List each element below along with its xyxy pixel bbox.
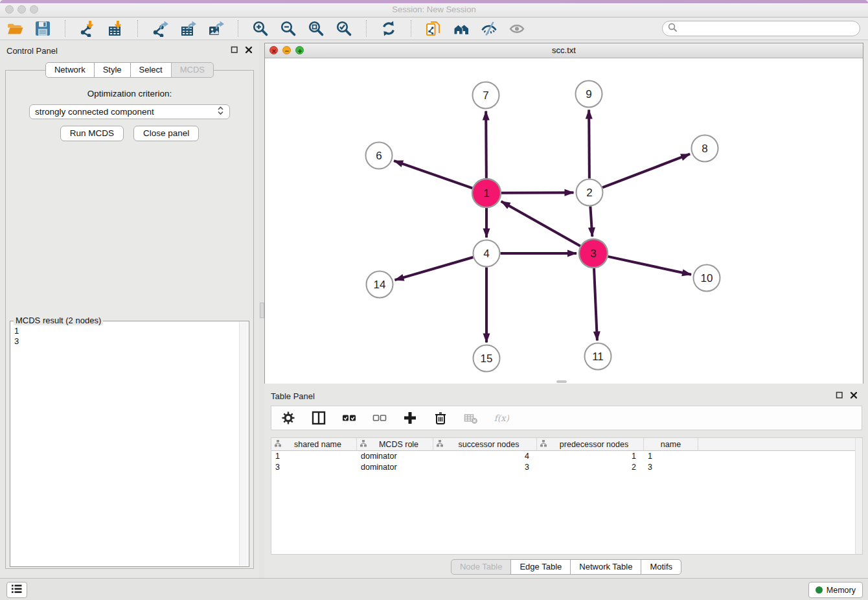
search-input[interactable]: [680, 23, 854, 34]
mcds-result-box: MCDS result (2 nodes) 13: [10, 321, 249, 567]
graph-edge-3-11[interactable]: [594, 268, 597, 341]
network-window-title: scc.txt: [265, 45, 863, 55]
first-neighbors-icon[interactable]: [453, 20, 470, 38]
open-session-icon[interactable]: [6, 20, 24, 38]
function-builder-icon: f(x): [494, 410, 509, 426]
tab-mcds[interactable]: MCDS: [171, 62, 214, 78]
delete-column-icon[interactable]: [433, 410, 448, 426]
svg-text:15: 15: [481, 352, 493, 365]
zoom-out-icon[interactable]: [280, 20, 297, 38]
table-cell: 3: [644, 462, 698, 473]
table-cell: dominator: [357, 462, 433, 473]
select-all-rows-icon[interactable]: [341, 410, 357, 426]
canvas-scroll-grip[interactable]: [556, 380, 567, 383]
control-panel-title: Control Panel: [6, 46, 58, 56]
run-mcds-button[interactable]: Run MCDS: [60, 126, 124, 141]
tab-network[interactable]: Network: [45, 62, 95, 78]
table-cell: 1: [271, 451, 357, 462]
graph-node-15[interactable]: 15: [474, 345, 500, 372]
mcds-result-list[interactable]: 13: [10, 323, 238, 566]
graph-edge-1-2[interactable]: [501, 192, 574, 193]
float-table-panel-icon[interactable]: [836, 391, 843, 399]
table-scrollbar[interactable]: [855, 438, 862, 554]
column-header-name[interactable]: name: [644, 438, 698, 450]
result-scrollbar[interactable]: [239, 322, 248, 566]
add-column-icon[interactable]: [402, 410, 418, 426]
graph-node-6[interactable]: 6: [366, 143, 393, 169]
tab-node-table[interactable]: Node Table: [451, 559, 512, 575]
graph-node-7[interactable]: 7: [473, 82, 499, 109]
graph-node-9[interactable]: 9: [576, 81, 602, 108]
table-panel: Table Panel f(x) shared nameMCDS rolesuc…: [264, 386, 868, 577]
graph-node-14[interactable]: 14: [367, 271, 393, 298]
zoom-fit-icon[interactable]: [308, 20, 325, 38]
network-window-titlebar[interactable]: scc.txt: [265, 43, 863, 58]
graph-edge-2-3[interactable]: [590, 206, 592, 237]
mcds-panel: Optimization criterion: strongly connect…: [5, 70, 254, 569]
clone-network-icon[interactable]: [425, 20, 442, 38]
import-table-icon[interactable]: [107, 20, 124, 38]
app-titlebar: Session: New Session: [0, 0, 868, 17]
save-session-icon[interactable]: [34, 20, 52, 38]
graph-node-3[interactable]: 3: [579, 239, 608, 268]
zoom-in-icon[interactable]: [252, 20, 269, 38]
column-header-shared-name[interactable]: shared name: [271, 438, 357, 450]
table-settings-icon[interactable]: [280, 410, 296, 426]
node-table[interactable]: shared nameMCDS rolesuccessor nodesprede…: [271, 437, 863, 555]
tab-network-table[interactable]: Network Table: [570, 559, 641, 575]
graph-node-11[interactable]: 11: [585, 343, 611, 370]
graph-node-2[interactable]: 2: [577, 179, 603, 206]
graph-edge-2-9[interactable]: [589, 110, 589, 178]
graph-edge-2-8[interactable]: [602, 154, 690, 188]
memory-button[interactable]: Memory: [808, 582, 863, 598]
graph-edge-3-1[interactable]: [501, 202, 580, 246]
export-image-icon[interactable]: [207, 20, 225, 38]
svg-text:6: 6: [376, 150, 382, 162]
refresh-view-icon[interactable]: [380, 20, 398, 38]
tree-icon: [274, 439, 282, 449]
export-table-icon[interactable]: [179, 20, 197, 38]
toolbar-separator: [411, 20, 412, 37]
svg-text:f(x): f(x): [494, 413, 509, 423]
export-network-icon[interactable]: [152, 20, 169, 38]
tree-icon: [540, 439, 547, 449]
column-chooser-icon[interactable]: [311, 410, 326, 426]
deselect-all-rows-icon[interactable]: [372, 410, 387, 426]
close-panel-button[interactable]: Close panel: [133, 126, 199, 141]
table-row[interactable]: 3dominator323: [271, 462, 862, 473]
network-canvas[interactable]: 7968124314101511: [265, 58, 863, 384]
float-panel-icon[interactable]: [231, 46, 238, 54]
import-network-icon[interactable]: [79, 20, 97, 38]
tab-edge-table[interactable]: Edge Table: [510, 559, 571, 575]
graph-edge-3-10[interactable]: [608, 257, 691, 275]
graph-node-10[interactable]: 10: [694, 265, 720, 292]
zoom-selected-icon[interactable]: [336, 20, 353, 38]
tab-style[interactable]: Style: [94, 62, 131, 78]
search-box[interactable]: [662, 21, 860, 36]
close-panel-icon[interactable]: [245, 46, 253, 54]
graph-node-1[interactable]: 1: [472, 179, 501, 207]
show-panels-button[interactable]: [6, 582, 27, 598]
graph-edge-1-7[interactable]: [486, 111, 486, 178]
column-header-MCDS-role[interactable]: MCDS role: [357, 438, 433, 450]
table-panel-title: Table Panel: [271, 391, 315, 401]
table-row[interactable]: 1dominator411: [271, 451, 862, 462]
svg-text:1: 1: [483, 187, 489, 200]
divider-grip-icon[interactable]: [260, 303, 264, 318]
criterion-value: strongly connected component: [35, 107, 217, 117]
column-header-predecessor-nodes[interactable]: predecessor nodes: [537, 438, 644, 450]
criterion-select[interactable]: strongly connected component: [29, 104, 230, 119]
graph-node-8[interactable]: 8: [692, 135, 718, 162]
svg-text:9: 9: [586, 88, 591, 100]
graph-edge-4-14[interactable]: [395, 257, 474, 280]
tab-select[interactable]: Select: [130, 62, 172, 78]
graph-node-4[interactable]: 4: [474, 240, 500, 267]
network-graph[interactable]: 7968124314101511: [265, 58, 863, 384]
close-table-panel-icon[interactable]: [850, 391, 858, 399]
column-header-successor-nodes[interactable]: successor nodes: [433, 438, 537, 450]
panel-divider[interactable]: [259, 40, 264, 578]
graph-edge-1-6[interactable]: [394, 161, 472, 188]
tab-motifs[interactable]: Motifs: [641, 559, 681, 575]
hide-selected-icon[interactable]: [481, 20, 498, 38]
toolbar-buttons: [6, 20, 526, 38]
